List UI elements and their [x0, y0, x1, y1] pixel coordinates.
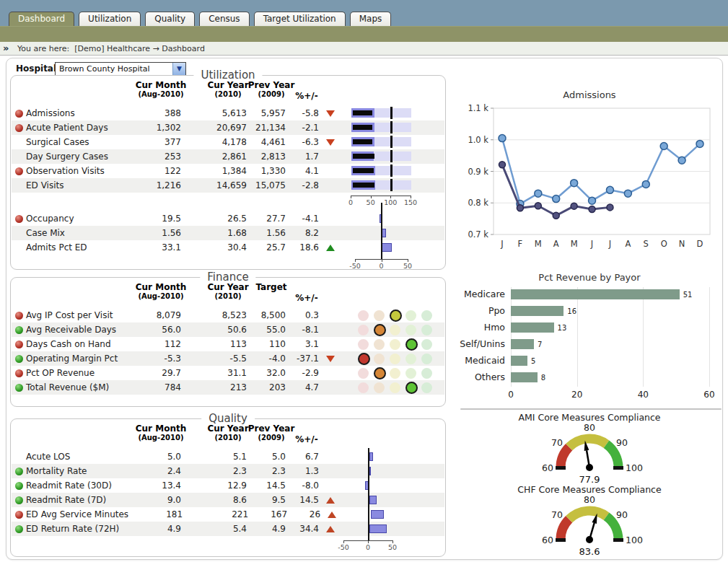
column-header-line2: (Aug-2010) — [121, 90, 201, 98]
payor-chart-title: Pct Revenue by Payor — [453, 272, 726, 283]
score-dot — [421, 368, 432, 379]
svg-text:70: 70 — [551, 509, 563, 520]
column-header: Cur Month(Aug-2010) — [121, 423, 201, 442]
status-dot-red — [15, 215, 23, 223]
svg-text:A: A — [625, 239, 631, 249]
tab-dashboard[interactable]: Dashboard — [9, 12, 74, 26]
tab-target-utilization[interactable]: Target Utilization — [254, 12, 346, 26]
gridline — [709, 287, 710, 387]
row-chart-cell — [341, 337, 444, 351]
status-dot-green — [15, 496, 23, 504]
status-dot-red — [15, 511, 23, 519]
metric-value: -4.1 — [289, 214, 326, 224]
score-dot — [358, 325, 369, 335]
ami-gauge-value: 77.9 — [453, 474, 726, 485]
metric-value: 29.7 — [127, 368, 201, 378]
bar-value: 13 — [558, 324, 567, 332]
row-chart-cell — [341, 226, 444, 240]
metric-value: 3.1 — [289, 339, 326, 349]
metric-value: 8.2 — [289, 228, 326, 238]
x-axis-label: 40 — [638, 390, 649, 400]
metric-value: 221 — [203, 509, 257, 519]
metric-value: 20,697 — [201, 123, 255, 133]
hospital-select[interactable]: Brown County Hospital ▼ — [55, 62, 186, 76]
tab-utilization[interactable]: Utilization — [79, 12, 141, 26]
score-dot — [358, 368, 369, 379]
bar — [511, 322, 554, 333]
metric-value: 30.4 — [201, 242, 255, 253]
bullet-measure — [353, 139, 372, 144]
table-row: Observation Visits1221,3841,3304.1 — [12, 164, 444, 178]
gauge-dial: 60708090100 — [453, 495, 726, 550]
tab-census[interactable]: Census — [199, 12, 249, 26]
trend-up-icon — [326, 497, 335, 504]
bullet-measure — [353, 125, 372, 130]
bar-value: 16 — [567, 307, 576, 315]
metric-value: 2.3 — [255, 466, 289, 476]
pct-bar — [369, 452, 373, 461]
bullet-target-tick — [390, 107, 392, 119]
table-row: Admits Pct ED33.130.425.718.6 — [12, 240, 444, 255]
charts-column: Admissions 1.1 k1.0 k0.9 k0.8 k0.7 kJFMA… — [453, 58, 726, 560]
svg-text:70: 70 — [551, 437, 563, 448]
row-label: Admissions — [26, 108, 127, 118]
pct-bar — [382, 243, 392, 252]
breadcrumb-path[interactable]: [Demo] Healthcare → Dashboard — [74, 44, 205, 53]
svg-text:80: 80 — [584, 423, 595, 433]
row-chart-cell — [341, 178, 444, 193]
metric-value: 9.0 — [127, 495, 201, 505]
status-dot-green — [15, 525, 23, 533]
score-dot — [358, 310, 369, 321]
axis-label: 150 — [404, 198, 417, 206]
admissions-line-chart: 1.1 k1.0 k0.9 k0.8 k0.7 kJFMAMJJASOND — [463, 101, 717, 261]
bar-value: 7 — [538, 341, 542, 348]
bullet-measure — [353, 110, 372, 115]
status-cell — [12, 167, 26, 175]
status-cell — [12, 369, 26, 377]
metric-value: 4,461 — [255, 137, 289, 147]
svg-text:0.9 k: 0.9 k — [468, 167, 488, 177]
pct-bar — [369, 496, 377, 504]
status-dot-green — [15, 482, 23, 490]
trend-up-icon — [326, 245, 335, 251]
status-dot-green — [15, 468, 23, 475]
chevron-down-icon[interactable]: ▼ — [172, 63, 185, 75]
metric-value: 56.0 — [127, 325, 201, 335]
metric-value: 4.9 — [127, 524, 201, 534]
svg-text:0.7 k: 0.7 k — [468, 229, 488, 240]
table-row: Acute Patient Days1,30220,69721,134-2.1 — [12, 120, 444, 135]
status-dot-red — [15, 124, 23, 132]
table-row: Day Surgery Cases2532,8612,8131.7 — [12, 149, 444, 164]
svg-text:100: 100 — [626, 462, 643, 473]
row-label: Acute Patient Days — [26, 123, 127, 133]
bullet-target-tick — [390, 150, 392, 162]
metric-value: 110 — [255, 339, 289, 349]
metric-value: 112 — [127, 339, 201, 349]
quality-rows: Acute LOS5.05.15.06.7Mortality Rate2.42.… — [12, 449, 444, 536]
score-dot-strip — [358, 367, 437, 379]
score-dot-strip — [358, 353, 437, 364]
tab-quality[interactable]: Quality — [145, 12, 195, 26]
dashboard-screen: DashboardUtilizationQualityCensusTarget … — [0, 0, 728, 575]
payor-bar-chart: 0204060Medicare51Ppo16Hmo13Self/Unins7Me… — [453, 287, 726, 403]
metric-value: 8,079 — [127, 310, 201, 320]
bar-label: Medicaid — [453, 355, 505, 366]
score-dot — [390, 310, 402, 322]
row-chart-cell — [341, 380, 444, 395]
row-chart-cell — [341, 240, 444, 255]
metric-value: -8.1 — [289, 325, 326, 335]
row-label: Pct OP Revenue — [26, 368, 127, 378]
tab-maps[interactable]: Maps — [350, 12, 392, 26]
breadcrumb: » You are here: [Demo] Healthcare → Dash… — [0, 42, 728, 56]
row-chart-cell — [341, 164, 444, 178]
metric-value: -2.1 — [289, 123, 326, 133]
status-cell — [12, 496, 26, 504]
chf-gauge-title: CHF Core Measures Compliance — [453, 484, 726, 495]
row-label: Readmit Rate (7D) — [26, 495, 127, 505]
svg-text:60: 60 — [542, 535, 553, 545]
metric-value: 388 — [127, 108, 201, 118]
table-row: ED Return Rate (72H)4.95.44.934.4 — [12, 522, 444, 536]
status-dot-red — [15, 110, 23, 118]
score-dot — [390, 382, 400, 393]
score-dot-strip — [358, 382, 437, 393]
